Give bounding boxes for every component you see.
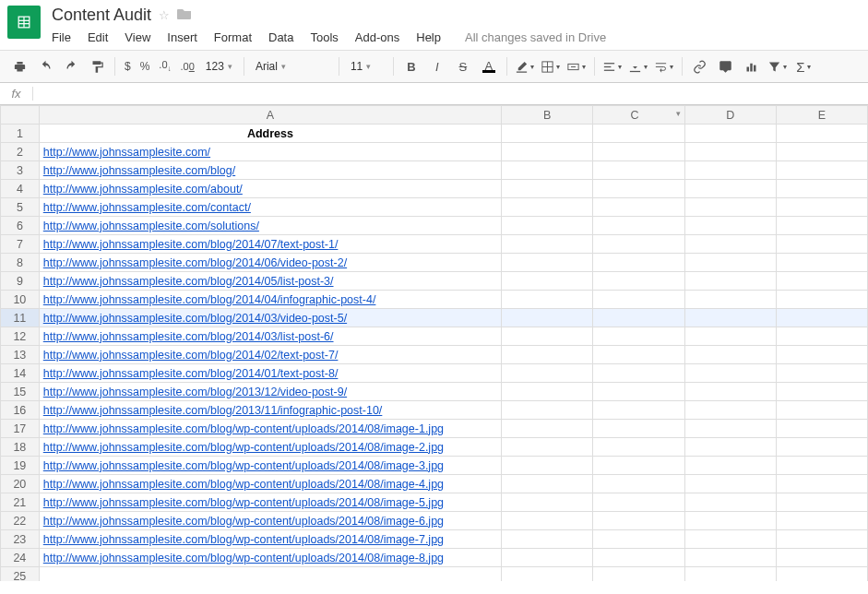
cell[interactable] — [593, 291, 684, 309]
cell[interactable] — [684, 291, 776, 309]
cell[interactable]: http://www.johnssamplesite.com/blog/wp-c… — [39, 493, 501, 512]
redo-button[interactable] — [59, 54, 83, 78]
cell[interactable]: http://www.johnssamplesite.com/blog/wp-c… — [39, 420, 501, 438]
url-link[interactable]: http://www.johnssamplesite.com/blog/wp-c… — [43, 552, 444, 564]
formula-input[interactable] — [33, 87, 868, 101]
cell[interactable] — [776, 161, 867, 180]
cell[interactable]: http://www.johnssamplesite.com/blog/2014… — [39, 346, 501, 364]
cell[interactable] — [502, 383, 593, 401]
cell[interactable]: http://www.johnssamplesite.com/blog/2013… — [39, 383, 501, 401]
row-header[interactable]: 5 — [1, 198, 40, 217]
cell[interactable] — [593, 420, 684, 438]
cell[interactable]: http://www.johnssamplesite.com/blog/2014… — [39, 272, 501, 291]
menu-data[interactable]: Data — [268, 30, 293, 44]
row-header[interactable]: 16 — [1, 401, 40, 420]
cell[interactable] — [776, 125, 867, 143]
cell[interactable] — [593, 530, 684, 549]
cell[interactable] — [502, 549, 593, 567]
cell[interactable]: http://www.johnssamplesite.com/blog/2013… — [39, 401, 501, 420]
cell[interactable] — [593, 438, 684, 457]
cell[interactable]: http://www.johnssamplesite.com/ — [39, 143, 501, 161]
menu-tools[interactable]: Tools — [310, 30, 338, 44]
cell[interactable] — [776, 475, 867, 493]
url-link[interactable]: http://www.johnssamplesite.com/blog/ — [43, 164, 235, 177]
cell[interactable] — [593, 364, 684, 383]
vertical-align-button[interactable]: ▾ — [626, 54, 650, 78]
cell[interactable] — [776, 254, 867, 272]
cell[interactable] — [776, 198, 867, 217]
cell[interactable] — [776, 567, 867, 582]
filter-caret-icon[interactable]: ▾ — [676, 109, 681, 118]
text-color-button[interactable]: A — [477, 54, 501, 78]
row-header[interactable]: 4 — [1, 180, 40, 198]
cell[interactable]: http://www.johnssamplesite.com/solutions… — [39, 217, 501, 235]
url-link[interactable]: http://www.johnssamplesite.com/blog/2014… — [43, 312, 347, 325]
url-link[interactable]: http://www.johnssamplesite.com/blog/2014… — [43, 349, 339, 362]
cell[interactable] — [502, 217, 593, 235]
insert-chart-button[interactable] — [740, 54, 764, 78]
cell[interactable] — [593, 383, 684, 401]
cell[interactable] — [502, 198, 593, 217]
row-header[interactable]: 22 — [1, 512, 40, 530]
row-header[interactable]: 23 — [1, 530, 40, 549]
url-link[interactable]: http://www.johnssamplesite.com/blog/wp-c… — [43, 422, 444, 435]
cell[interactable] — [684, 567, 776, 582]
insert-comment-button[interactable] — [714, 54, 738, 78]
cell[interactable]: http://www.johnssamplesite.com/blog/2014… — [39, 309, 501, 327]
cell[interactable] — [593, 493, 684, 512]
url-link[interactable]: http://www.johnssamplesite.com/blog/2014… — [43, 238, 339, 251]
url-link[interactable]: http://www.johnssamplesite.com/blog/2013… — [43, 404, 383, 417]
url-link[interactable]: http://www.johnssamplesite.com/about/ — [43, 183, 243, 196]
decrease-decimal-button[interactable]: .0↓ — [155, 59, 174, 73]
text-wrap-button[interactable]: ▾ — [652, 54, 676, 78]
cell[interactable] — [593, 217, 684, 235]
row-header[interactable]: 11 — [1, 309, 40, 327]
cell[interactable]: http://www.johnssamplesite.com/blog/2014… — [39, 364, 501, 383]
cell[interactable] — [593, 235, 684, 254]
row-header[interactable]: 18 — [1, 438, 40, 457]
cell[interactable]: http://www.johnssamplesite.com/blog/2014… — [39, 235, 501, 254]
cell[interactable]: Address — [39, 125, 501, 143]
cell[interactable] — [776, 530, 867, 549]
bold-button[interactable]: B — [399, 54, 423, 78]
cell[interactable] — [502, 309, 593, 327]
filter-button[interactable]: ▾ — [766, 54, 790, 78]
cell[interactable] — [593, 309, 684, 327]
cell[interactable] — [593, 254, 684, 272]
insert-link-button[interactable] — [688, 54, 712, 78]
cell[interactable] — [684, 327, 776, 346]
cell[interactable] — [776, 291, 867, 309]
cell[interactable] — [593, 401, 684, 420]
url-link[interactable]: http://www.johnssamplesite.com/blog/wp-c… — [43, 496, 444, 509]
merge-cells-button[interactable]: ▾ — [565, 54, 589, 78]
cell[interactable] — [502, 125, 593, 143]
cell[interactable] — [684, 272, 776, 291]
menu-format[interactable]: Format — [214, 30, 252, 44]
cell[interactable]: http://www.johnssamplesite.com/about/ — [39, 180, 501, 198]
cell[interactable] — [776, 383, 867, 401]
cell[interactable] — [776, 512, 867, 530]
cell[interactable] — [684, 346, 776, 364]
cell[interactable] — [776, 346, 867, 364]
cell[interactable] — [684, 512, 776, 530]
font-family-select[interactable]: Arial▾ — [250, 55, 333, 77]
cell[interactable] — [593, 567, 684, 582]
cell[interactable]: http://www.johnssamplesite.com/contact/ — [39, 198, 501, 217]
url-link[interactable]: http://www.johnssamplesite.com/ — [43, 146, 210, 159]
row-header[interactable]: 24 — [1, 549, 40, 567]
row-header[interactable]: 9 — [1, 272, 40, 291]
increase-decimal-button[interactable]: .00 — [177, 61, 198, 72]
cell[interactable] — [684, 383, 776, 401]
cell[interactable] — [502, 364, 593, 383]
cell[interactable] — [593, 143, 684, 161]
cell[interactable] — [684, 254, 776, 272]
cell[interactable] — [776, 235, 867, 254]
menu-addons[interactable]: Add-ons — [355, 30, 399, 44]
cell[interactable]: http://www.johnssamplesite.com/blog/2014… — [39, 254, 501, 272]
row-header[interactable]: 8 — [1, 254, 40, 272]
column-header-B[interactable]: B — [502, 106, 593, 125]
cell[interactable] — [39, 567, 501, 582]
cell[interactable] — [684, 161, 776, 180]
cell[interactable] — [776, 272, 867, 291]
cell[interactable] — [502, 143, 593, 161]
